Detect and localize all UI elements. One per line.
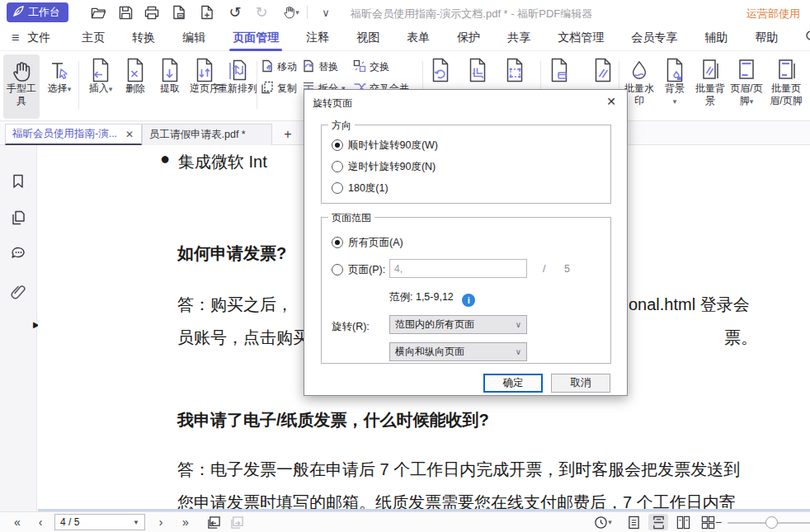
rotate-pages-button[interactable] [430, 58, 454, 84]
print-icon[interactable] [143, 3, 161, 21]
zoom-out-icon[interactable]: − [713, 515, 724, 530]
swap-page-icon [353, 59, 366, 75]
menu-edit[interactable]: 编辑 [181, 26, 207, 50]
attachments-panel-icon[interactable] [10, 284, 28, 302]
copy-page-button[interactable]: 复制 [261, 79, 297, 97]
previous-view-icon[interactable] [205, 515, 223, 530]
hand-mode-icon[interactable]: ▾ [279, 3, 304, 21]
close-tab-icon[interactable]: ✕ [125, 129, 134, 140]
new-tab-button[interactable]: + [279, 125, 297, 144]
workspace-label: 工作台 [28, 5, 60, 20]
close-document-icon[interactable] [170, 3, 188, 21]
move-page-label: 移动 [277, 60, 297, 74]
radio-all-pages[interactable]: 所有页面(A) [332, 236, 403, 250]
pages-panel-icon[interactable] [10, 210, 28, 228]
direction-group: 方向 顺时针旋转90度(W) 逆时针旋转90度(N) 180度(1) [321, 125, 611, 204]
watermark-button[interactable] [592, 58, 617, 84]
batch-watermark-icon [622, 54, 657, 82]
radio-rotate-ccw[interactable]: 逆时针旋转90度(N) [332, 160, 436, 174]
rotate-orientation-select[interactable]: 横向和纵向页面∨ [389, 342, 527, 361]
insert-page-button[interactable]: 插入▾ [82, 54, 119, 95]
hand-tool-button[interactable]: 手型工具 [3, 54, 40, 119]
rotate-view-icon[interactable]: ▾ [591, 515, 615, 530]
menu-share[interactable]: 共享 [506, 26, 532, 50]
resize-pages-button[interactable] [504, 58, 529, 84]
doc-tab-current[interactable]: 福昕会员使用指南-演... ✕ [5, 124, 142, 145]
bookmarks-panel-icon[interactable] [10, 173, 28, 191]
menu-protect[interactable]: 保护 [455, 26, 482, 50]
crop-pages-button[interactable] [467, 58, 492, 84]
background-button[interactable]: 背景▾ [658, 54, 691, 107]
rearrange-button[interactable]: 重新排列 [218, 54, 257, 95]
replace-page-button[interactable]: 替换 [302, 58, 338, 76]
single-page-view-icon[interactable] [624, 514, 643, 530]
prev-page-icon[interactable]: ‹ [33, 515, 48, 530]
radio-rotate-cw[interactable]: 顺时针旋转90度(W) [332, 139, 438, 153]
rotate-scope-select[interactable]: 范围内的所有页面∨ [389, 315, 527, 334]
radio-icon [332, 264, 343, 275]
select-tool-button[interactable]: 选择▾ [41, 54, 78, 95]
menu-bar: ≡ 文件 主页 转换 编辑 页面管理 注释 视图 表单 保护 共享 文档管理 会… [0, 25, 810, 51]
menu-view[interactable]: 视图 [355, 26, 381, 50]
cancel-button[interactable]: 取消 [551, 374, 610, 393]
menu-doc-management[interactable]: 文档管理 [556, 26, 605, 50]
header-footer-icon [729, 54, 764, 82]
rotate-pages-dialog: 旋转页面 ✕ 方向 顺时针旋转90度(W) 逆时针旋转90度(N) 180度(1… [304, 89, 628, 396]
batch-background-button[interactable]: 批量背景 [693, 54, 728, 107]
hand-icon [3, 54, 40, 82]
hand-tool-label: 手型工具 [3, 82, 40, 107]
batch-header-footer-button[interactable]: 批量页眉/页脚 [765, 54, 807, 107]
window-title: 福昕会员使用指南-演示文档.pdf * - 福昕PDF编辑器 [351, 7, 592, 21]
direction-legend: 方向 [328, 119, 355, 133]
menu-member[interactable]: 会员专享 [629, 26, 679, 50]
move-page-button[interactable]: 移动 [261, 58, 297, 76]
header-footer-button[interactable]: 页眉/页脚▾ [729, 54, 764, 107]
next-view-icon[interactable] [228, 515, 246, 530]
menu-form[interactable]: 表单 [405, 26, 431, 50]
extract-page-label: 提取 [152, 82, 188, 95]
toolbar-collapse-icon[interactable]: ∨ [317, 3, 335, 21]
menu-convert[interactable]: 转换 [130, 26, 157, 50]
comments-panel-icon[interactable] [10, 246, 28, 264]
page-number-combo[interactable]: 4 / 5 ▼ [54, 514, 145, 530]
save-icon[interactable] [116, 3, 134, 21]
next-page-icon[interactable]: › [153, 515, 168, 530]
delete-page-button[interactable]: 删除 [117, 54, 153, 95]
radio-pages[interactable]: 页面(P): [332, 263, 385, 277]
dialog-title: 旋转页面 [313, 97, 352, 111]
menu-accessibility[interactable]: 辅助 [703, 26, 729, 50]
last-page-icon[interactable]: » [177, 515, 195, 530]
redo-icon[interactable]: ↻ [252, 3, 271, 21]
account-label: 运营部使用 [746, 7, 800, 21]
page-count-total: 5 [564, 263, 570, 275]
doc-tab-label: 员工请假申请表.pdf * [149, 128, 246, 142]
first-page-icon[interactable]: « [8, 515, 26, 530]
zoom-slider-knob[interactable] [765, 516, 778, 529]
hamburger-icon[interactable]: ≡ [12, 31, 19, 45]
swap-page-button[interactable]: 交换 [353, 58, 389, 76]
doc-tab-other[interactable]: 员工请假申请表.pdf * [142, 124, 272, 145]
new-document-icon[interactable] [198, 3, 216, 21]
facing-view-icon[interactable] [673, 514, 693, 530]
replace-page-label: 替换 [318, 60, 338, 74]
search-icon[interactable] [805, 30, 810, 45]
open-file-icon[interactable] [89, 3, 107, 21]
menu-home[interactable]: 主页 [80, 26, 106, 50]
undo-icon[interactable]: ↺ [226, 3, 244, 21]
doc-paragraph: 票。 [724, 327, 757, 349]
extract-page-icon [152, 54, 188, 82]
workspace-button[interactable]: 工作台 [7, 2, 68, 22]
menu-help[interactable]: 帮助 [753, 26, 779, 50]
radio-rotate-180[interactable]: 180度(1) [332, 181, 389, 195]
page-range-input[interactable] [389, 259, 527, 278]
menu-comment[interactable]: 注释 [304, 26, 331, 50]
bates-number-button[interactable] [549, 58, 573, 84]
extract-page-button[interactable]: 提取 [152, 54, 188, 95]
menu-page-management[interactable]: 页面管理 [231, 26, 280, 50]
continuous-view-icon[interactable] [648, 514, 668, 530]
bullet-glyph: ● [160, 149, 170, 168]
menu-file[interactable]: 文件 [26, 26, 52, 50]
ok-button[interactable]: 确定 [483, 374, 543, 393]
dialog-close-icon[interactable]: ✕ [604, 95, 619, 108]
info-icon[interactable]: i [462, 294, 475, 307]
